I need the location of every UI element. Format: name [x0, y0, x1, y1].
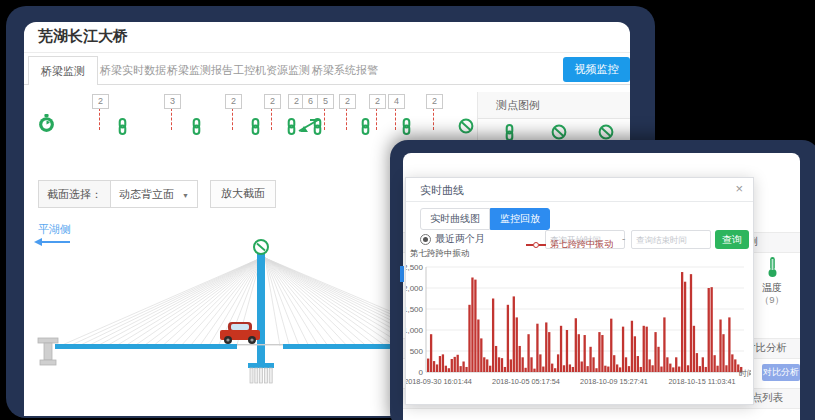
link-icon[interactable]	[116, 118, 129, 135]
title-divider	[24, 52, 630, 53]
sensor-dash-line	[395, 108, 396, 130]
tab-monitor-report[interactable]: 桥梁监测报告	[167, 63, 233, 78]
range-separator: -	[622, 233, 625, 244]
video-monitor-button[interactable]: 视频监控	[563, 57, 630, 82]
svg-text:500: 500	[410, 347, 424, 356]
svg-text:2018-09-30 16:01:44: 2018-09-30 16:01:44	[406, 377, 472, 386]
link-icon[interactable]	[503, 124, 516, 141]
svg-text:2018-10-15 11:03:41: 2018-10-15 11:03:41	[668, 377, 735, 386]
tab-ipc-resource[interactable]: 工控机资源监测	[233, 63, 310, 78]
svg-text:时间: 时间	[739, 369, 751, 378]
sensor-count-badge[interactable]: 3	[164, 94, 181, 109]
sensor-dash-line	[376, 108, 377, 130]
sensor-count-badge[interactable]: 4	[388, 94, 405, 109]
link-icon[interactable]	[190, 118, 203, 135]
sensor-dash-line	[232, 108, 233, 130]
prohibit-icon[interactable]	[598, 124, 614, 140]
enlarge-section-button[interactable]: 放大截面	[210, 180, 276, 208]
bridge-tower	[257, 252, 265, 364]
legend-series-label: 第七跨跨中振动	[550, 238, 613, 251]
recent-two-months-label: 最近两个月	[435, 232, 485, 246]
realtime-curve-modal: 实时曲线 × 实时曲线图 监控回放 最近两个月 - 查询 第七跨跨中振动 第七跨…	[405, 177, 754, 405]
bridge-diagram	[24, 236, 390, 406]
tab-system-alarm[interactable]: 桥梁系统报警	[312, 63, 378, 78]
svg-text:0: 0	[419, 368, 424, 377]
compare-analysis-button[interactable]: 对比分析	[762, 364, 800, 381]
link-icon[interactable]	[359, 118, 372, 135]
section-select[interactable]: 动态背立面▼	[111, 181, 197, 207]
close-icon[interactable]: ×	[735, 181, 743, 196]
sensor-count-badge[interactable]: 2	[92, 94, 109, 109]
link-icon[interactable]	[285, 118, 298, 135]
stopwatch-icon[interactable]	[38, 114, 55, 133]
bridge-pier	[38, 338, 58, 365]
prohibit-icon[interactable]	[551, 124, 567, 140]
sensor-count-badge[interactable]: 5	[317, 94, 334, 109]
svg-text:2,500: 2,500	[406, 263, 424, 272]
sensor-dash-line	[346, 108, 347, 130]
svg-text:1,000: 1,000	[406, 326, 424, 335]
section-toolbar: 截面选择： 动态背立面▼ 放大截面	[38, 180, 276, 208]
sensor-count-badge[interactable]: 2	[426, 94, 443, 109]
temperature-label[interactable]: 温度	[756, 281, 788, 295]
svg-text:2018-10-05 05:17:54: 2018-10-05 05:17:54	[492, 377, 560, 386]
screen: { "colors": { "accent_blue": "#1b9aea", …	[0, 0, 815, 420]
modal-title: 实时曲线	[420, 183, 464, 198]
query-end-time-input[interactable]	[631, 230, 711, 249]
section-select-label: 截面选择：	[39, 181, 111, 207]
svg-text:2,000: 2,000	[406, 284, 424, 293]
thermometer-icon	[765, 256, 780, 278]
link-icon[interactable]	[400, 118, 413, 135]
bridge-side-label: 平湖侧	[38, 222, 71, 237]
page-title: 芜湖长江大桥	[38, 27, 128, 46]
vibration-chart: 2,5002,0001,5001,00050002018-09-30 16:01…	[406, 257, 751, 389]
legend-line-icon	[526, 244, 533, 246]
query-button[interactable]: 查询	[715, 230, 749, 249]
modal-header: 实时曲线 ×	[406, 178, 753, 202]
prohibit-icon[interactable]	[458, 118, 474, 134]
temperature-count: （9）	[756, 294, 788, 307]
sensor-count-badge[interactable]: 2	[264, 94, 281, 109]
tab-realtime-data[interactable]: 桥梁实时数据	[100, 63, 166, 78]
tabbar-border	[24, 84, 630, 85]
sensor-dash-line	[271, 108, 272, 130]
link-icon[interactable]	[249, 118, 262, 135]
sensor-count-badge[interactable]: 2	[369, 94, 386, 109]
sensor-count-badge[interactable]: 2	[225, 94, 242, 109]
modal-tabs: 实时曲线图 监控回放	[420, 208, 550, 230]
svg-text:1,500: 1,500	[406, 305, 424, 314]
tab-monitor-playback[interactable]: 监控回放	[490, 208, 550, 230]
section-select-box: 截面选择： 动态背立面▼	[38, 180, 198, 208]
sensor-count-badge[interactable]: 2	[339, 94, 356, 109]
chevron-down-icon: ▼	[182, 192, 189, 199]
sensor-dash-line	[99, 108, 100, 130]
sensor-dash-line	[433, 108, 434, 130]
legend-panel-title: 测点图例	[478, 92, 630, 119]
sensor-dash-line	[324, 108, 325, 130]
tab-bridge-monitor[interactable]: 桥梁监测	[28, 56, 98, 85]
link-icon[interactable]	[311, 118, 324, 135]
car	[220, 322, 260, 344]
legend-line-icon	[539, 244, 546, 246]
chart-legend[interactable]: 第七跨跨中振动	[526, 238, 613, 251]
sensor-dash-line	[171, 108, 172, 130]
svg-text:2018-10-09 15:27:41: 2018-10-09 15:27:41	[580, 377, 648, 386]
recent-two-months-radio[interactable]	[420, 234, 431, 245]
bridge-deck	[55, 344, 237, 349]
tab-realtime-curve[interactable]: 实时曲线图	[420, 208, 490, 230]
scroll-thumb[interactable]	[400, 266, 404, 282]
